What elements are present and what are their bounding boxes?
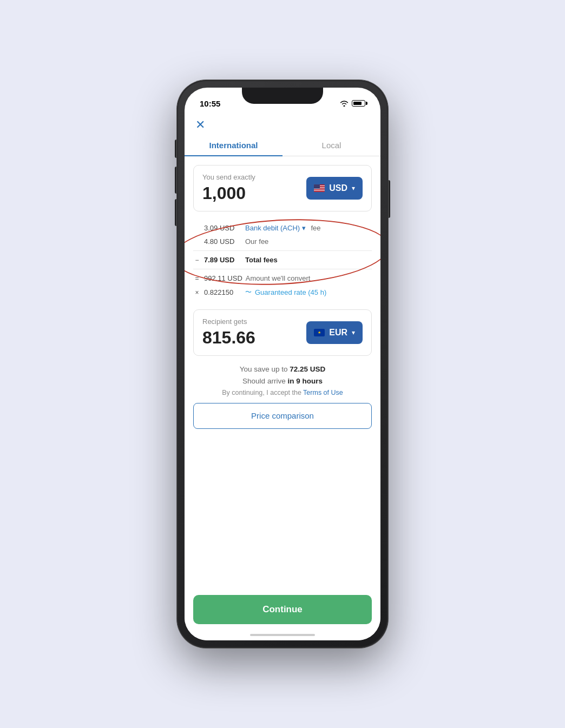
recipient-label: Recipient gets — [202, 317, 255, 326]
phone-shell: 10:55 ✕ — [177, 80, 388, 648]
fee-symbol-5: × — [193, 289, 201, 296]
send-amount-block: You send exactly 1,000 — [202, 173, 255, 203]
fee-rate-value: 0.822150 — [204, 288, 242, 296]
price-comparison-button[interactable]: Price comparison — [193, 403, 372, 429]
send-amount: 1,000 — [202, 183, 255, 203]
status-time: 10:55 — [200, 99, 220, 108]
power-button — [388, 180, 390, 218]
tab-bar: International Local — [185, 135, 380, 156]
fee-divider-2 — [193, 269, 372, 269]
send-currency-code: USD — [329, 183, 347, 193]
rate-icon: 〜 — [245, 288, 252, 297]
savings-prefix: You save up to — [240, 365, 290, 373]
usd-flag-icon — [314, 184, 325, 192]
close-button[interactable]: ✕ — [185, 111, 216, 135]
savings-info: You save up to 72.25 USD Should arrive i… — [193, 363, 372, 387]
guaranteed-rate-link[interactable]: Guaranteed rate (45 h) — [255, 288, 326, 296]
arrive-prefix: Should arrive — [242, 377, 287, 385]
recipient-currency-button[interactable]: EUR ▾ — [306, 321, 363, 344]
status-icons — [340, 100, 365, 107]
terms-text: By continuing, I accept the Terms of Use — [193, 389, 372, 396]
continue-button[interactable]: Continue — [193, 595, 372, 624]
send-label: You send exactly — [202, 173, 255, 181]
recipient-amount: 815.66 — [202, 328, 255, 348]
send-currency-chevron-icon: ▾ — [352, 184, 355, 192]
fee-desc-1: fee — [309, 224, 321, 232]
fee-row-total: − 7.89 USD Total fees — [193, 253, 372, 267]
wifi-icon — [340, 100, 349, 107]
bank-debit-link[interactable]: Bank debit (ACH) ▾ — [245, 224, 306, 232]
tab-international[interactable]: International — [185, 135, 282, 156]
fee-symbol-4: = — [193, 275, 201, 282]
phone-frame: 10:55 ✕ — [177, 80, 388, 648]
fee-desc-convert: Amount we'll convert — [246, 274, 311, 282]
savings-amount: 72.25 USD — [290, 365, 325, 373]
recipient-section: Recipient gets 815.66 EUR ▾ — [193, 309, 372, 356]
fee-row-convert: = 992.11 USD Amount we'll convert — [193, 272, 372, 285]
fee-amount-1: 3.09 USD — [204, 224, 242, 232]
fee-row-rate: × 0.822150 〜 Guaranteed rate (45 h) — [193, 285, 372, 300]
battery-icon — [352, 100, 365, 107]
notch — [242, 88, 323, 104]
recipient-currency-code: EUR — [329, 328, 347, 337]
price-comparison-label: Price comparison — [251, 411, 314, 420]
fee-symbol-3: − — [193, 256, 201, 264]
send-currency-button[interactable]: USD ▾ — [306, 177, 363, 200]
fee-divider-1 — [193, 250, 372, 251]
close-icon: ✕ — [195, 118, 205, 131]
eur-flag-icon — [314, 329, 325, 336]
terms-link[interactable]: Terms of Use — [303, 389, 343, 396]
recipient-amount-block: Recipient gets 815.66 — [202, 317, 255, 348]
fee-desc-total: Total fees — [245, 256, 278, 264]
home-indicator — [250, 634, 315, 636]
continue-label: Continue — [262, 604, 303, 614]
app-content: ✕ International Local You send exactly 1… — [185, 111, 380, 640]
fee-row-our-fee: 4.80 USD Our fee — [193, 235, 372, 248]
fee-amount-convert: 992.11 USD — [204, 274, 242, 282]
arrive-time: in 9 hours — [287, 377, 323, 385]
tab-local[interactable]: Local — [282, 135, 380, 156]
fee-amount-total: 7.89 USD — [204, 256, 242, 264]
recipient-currency-chevron-icon: ▾ — [352, 329, 355, 336]
fee-row-transfer: 3.09 USD Bank debit (ACH) ▾ fee — [193, 221, 372, 235]
fee-details: 3.09 USD Bank debit (ACH) ▾ fee 4.80 USD… — [193, 216, 372, 305]
phone-screen: 10:55 ✕ — [185, 88, 380, 640]
fee-amount-2: 4.80 USD — [204, 237, 242, 246]
send-section: You send exactly 1,000 USD ▾ — [193, 165, 372, 211]
fee-desc-2: Our fee — [245, 237, 268, 246]
